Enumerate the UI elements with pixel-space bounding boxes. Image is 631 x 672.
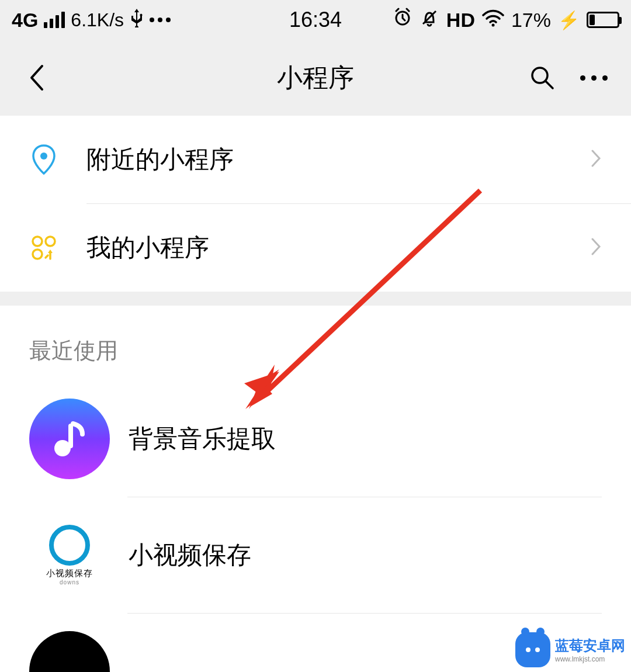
watermark-title: 蓝莓安卓网 [555, 636, 625, 655]
battery-pct: 17% [511, 9, 551, 32]
watermark-logo-icon [515, 632, 550, 667]
clock: 16:34 [289, 8, 342, 32]
nearby-miniprograms-row[interactable]: 附近的小程序 [0, 116, 631, 203]
recent-item-bgm-extract[interactable]: 背景音乐提取 [0, 381, 631, 497]
top-section: 附近的小程序 我的小程序 [0, 116, 631, 292]
header: 小程序 [0, 40, 631, 116]
icon-sub: downs [60, 579, 79, 586]
wifi-icon [482, 9, 504, 32]
svg-rect-10 [68, 424, 73, 448]
back-button[interactable] [23, 64, 50, 91]
page-title: 小程序 [277, 61, 354, 95]
section-gap [0, 292, 631, 306]
alarm-icon [393, 8, 412, 32]
my-apps-icon [29, 233, 58, 262]
status-left: 4G 6.1K/s [12, 8, 289, 32]
recent-item-label: 背景音乐提取 [129, 422, 276, 455]
svg-point-5 [40, 153, 47, 160]
silent-icon [419, 8, 439, 32]
music-note-icon [29, 399, 110, 479]
icon-caption: 小视频保存 [46, 568, 93, 579]
my-apps-label: 我的小程序 [86, 231, 590, 264]
svg-point-9 [54, 440, 71, 456]
my-miniprograms-row[interactable]: 我的小程序 [0, 204, 631, 292]
charging-icon: ⚡ [558, 10, 580, 30]
nearby-label: 附近的小程序 [86, 143, 590, 176]
watermark: 蓝莓安卓网 www.lmkjst.com [515, 632, 625, 667]
location-pin-icon [29, 145, 58, 174]
recent-item-label: 小视频保存 [129, 539, 251, 571]
recent-list: 背景音乐提取 小视频保存 downs 小视频保存 [0, 381, 631, 672]
status-right: HD 17% ⚡ [342, 8, 619, 32]
status-bar: 4G 6.1K/s 16:34 HD 17% ⚡ [0, 0, 631, 40]
svg-line-4 [546, 81, 553, 88]
svg-point-2 [491, 23, 494, 26]
svg-point-7 [46, 237, 55, 246]
recent-item-video-save[interactable]: 小视频保存 downs 小视频保存 [0, 497, 631, 613]
usb-icon [130, 8, 144, 32]
hd-label: HD [446, 9, 475, 32]
svg-point-6 [33, 237, 42, 246]
network-type: 4G [12, 9, 38, 32]
video-save-icon: 小视频保存 downs [29, 515, 110, 595]
signal-icon [44, 12, 65, 28]
watermark-sub: www.lmkjst.com [555, 655, 625, 663]
more-button[interactable] [580, 64, 608, 92]
network-speed: 6.1K/s [71, 9, 124, 31]
svg-point-8 [33, 250, 42, 259]
battery-icon [587, 12, 619, 28]
search-button[interactable] [528, 64, 556, 92]
chevron-right-icon [590, 148, 602, 171]
chevron-right-icon [590, 237, 602, 259]
more-status-icon [150, 18, 171, 22]
app-icon-black [29, 631, 110, 672]
recent-section-title: 最近使用 [0, 306, 631, 381]
